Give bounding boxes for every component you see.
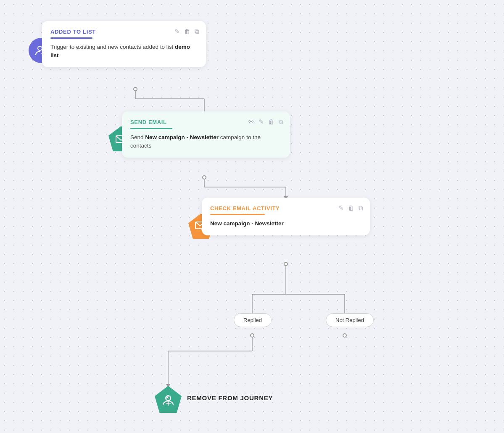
remove-from-journey-label: REMOVE FROM JOURNEY xyxy=(187,394,273,401)
check-email-activity-card: ✎ 🗑 ⧉ CHECK EMAIL ACTIVITY New campaign … xyxy=(202,198,370,235)
edit-icon-send[interactable]: ✎ xyxy=(259,118,264,126)
trash-icon-check[interactable]: 🗑 xyxy=(348,204,354,212)
not-replied-pill[interactable]: Not Replied xyxy=(326,313,374,327)
copy-icon[interactable]: ⧉ xyxy=(195,28,199,35)
send-email-card: 👁 ✎ 🗑 ⧉ SEND EMAIL Send New campaign - N… xyxy=(122,111,290,158)
send-email-underline xyxy=(130,128,172,129)
check-campaign-name: New campaign - Newsletter xyxy=(210,220,284,227)
edit-icon-check[interactable]: ✎ xyxy=(338,204,344,212)
connector-dot-1 xyxy=(133,87,137,91)
send-bold-text: New campaign - Newsletter xyxy=(145,134,219,140)
connector-dot-replied xyxy=(250,333,254,338)
check-email-body: New campaign - Newsletter xyxy=(210,219,362,228)
edit-icon[interactable]: ✎ xyxy=(174,28,180,35)
check-email-underline xyxy=(210,214,265,215)
replied-pill[interactable]: Replied xyxy=(234,313,272,327)
copy-icon-check[interactable]: ⧉ xyxy=(359,204,363,212)
trash-icon[interactable]: 🗑 xyxy=(184,28,190,35)
connector-dot-3 xyxy=(284,262,288,266)
card-added-icons: ✎ 🗑 ⧉ xyxy=(174,28,199,35)
replied-label: Replied xyxy=(243,317,262,323)
copy-icon-send[interactable]: ⧉ xyxy=(279,118,283,126)
remove-from-journey-icon xyxy=(155,386,182,413)
connector-dot-2 xyxy=(202,175,206,180)
card-send-icons: 👁 ✎ 🗑 ⧉ xyxy=(248,118,283,126)
not-replied-label: Not Replied xyxy=(335,317,364,323)
added-body-text: Trigger to existing and new contacts add… xyxy=(50,44,175,50)
connector-dot-not-replied xyxy=(343,333,347,338)
trash-icon-send[interactable]: 🗑 xyxy=(268,118,274,126)
eye-icon[interactable]: 👁 xyxy=(248,118,254,126)
svg-point-17 xyxy=(38,46,42,50)
card-check-icons: ✎ 🗑 ⧉ xyxy=(338,204,363,212)
added-to-list-card: ✎ 🗑 ⧉ ADDED TO LIST Trigger to existing … xyxy=(42,21,206,67)
added-to-list-body: Trigger to existing and new contacts add… xyxy=(50,43,198,60)
added-to-list-underline xyxy=(50,37,92,39)
send-email-body: Send New campaign - Newsletter campaign … xyxy=(130,133,282,150)
send-body-text: Send xyxy=(130,134,145,140)
